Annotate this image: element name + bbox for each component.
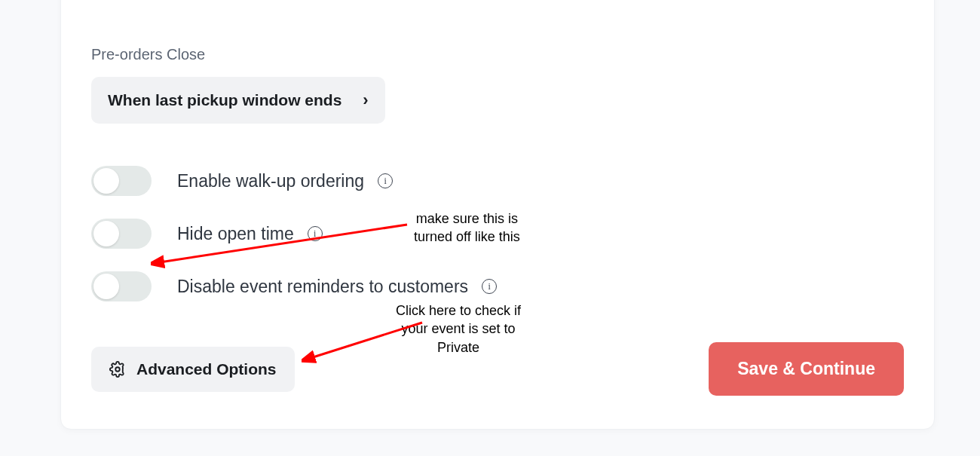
preorders-close-label: Pre-orders Close xyxy=(91,46,904,63)
toggle-hide-open[interactable] xyxy=(91,219,152,249)
toggle-row-walkup: Enable walk-up ordering xyxy=(91,166,904,196)
gear-icon xyxy=(109,361,126,378)
info-icon[interactable] xyxy=(482,279,497,294)
chevron-right-icon: › xyxy=(363,90,368,110)
save-continue-button[interactable]: Save & Continue xyxy=(709,342,904,396)
preorders-close-value: When last pickup window ends xyxy=(108,91,341,109)
svg-point-0 xyxy=(115,367,120,372)
footer: Advanced Options Save & Continue xyxy=(91,342,904,396)
advanced-options-button[interactable]: Advanced Options xyxy=(91,347,295,392)
toggle-list: Enable walk-up ordering Hide open time D… xyxy=(91,166,904,301)
preorders-close-select[interactable]: When last pickup window ends › xyxy=(91,77,385,124)
info-icon[interactable] xyxy=(308,226,323,241)
save-continue-label: Save & Continue xyxy=(737,359,875,378)
toggle-disable-reminders[interactable] xyxy=(91,271,152,301)
advanced-options-label: Advanced Options xyxy=(136,360,277,378)
toggle-row-disable-reminders: Disable event reminders to customers xyxy=(91,271,904,301)
toggle-hide-open-label: Hide open time xyxy=(177,224,294,244)
settings-card: Pre-orders Close When last pickup window… xyxy=(60,0,935,430)
toggle-row-hide-open: Hide open time xyxy=(91,219,904,249)
toggle-walkup-label: Enable walk-up ordering xyxy=(177,171,364,191)
toggle-walkup[interactable] xyxy=(91,166,152,196)
info-icon[interactable] xyxy=(378,173,393,188)
toggle-disable-reminders-label: Disable event reminders to customers xyxy=(177,277,468,297)
